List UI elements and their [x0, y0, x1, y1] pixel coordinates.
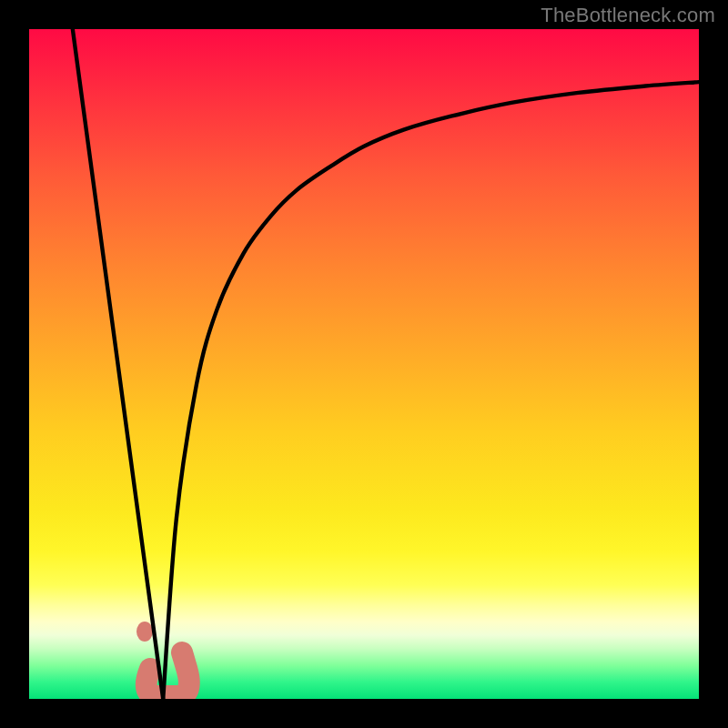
- watermark-text: TheBottleneck.com: [541, 4, 715, 27]
- plot-frame: [29, 29, 699, 699]
- plot-area: [29, 29, 699, 699]
- bottleneck-curves: [29, 29, 699, 699]
- chart-container: TheBottleneck.com: [0, 0, 728, 728]
